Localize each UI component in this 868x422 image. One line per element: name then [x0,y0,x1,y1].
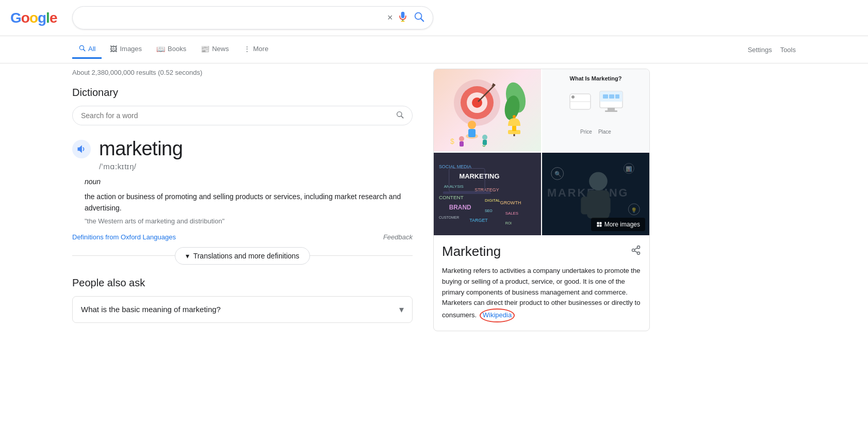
tools-link[interactable]: Tools [780,46,796,54]
svg-rect-36 [605,110,617,112]
svg-rect-72 [599,225,601,227]
svg-line-3 [421,19,424,21]
paa-section: People also ask What is the basic meanin… [72,277,413,323]
paa-item[interactable]: What is the basic meaning of marketing? … [72,296,413,323]
svg-text:SALES: SALES [505,211,519,216]
kp-wiki-circle: Wikipedia [480,309,515,322]
svg-text:GROWTH: GROWTH [500,200,521,205]
svg-point-23 [513,115,516,118]
word-pos: noun [85,177,413,186]
svg-rect-39 [609,94,614,99]
tab-all[interactable]: All [72,40,102,59]
wimc-labels: Price Place [580,129,611,135]
logo-o2: o [29,10,38,26]
search-bar: Marketing × [72,6,433,29]
mic-button[interactable] [398,11,408,24]
clear-button[interactable]: × [387,12,393,23]
svg-rect-27 [460,141,464,147]
more-images-button[interactable]: More images [591,218,645,231]
kp-wikipedia-link[interactable]: Wikipedia [483,311,512,319]
image-top-left[interactable]: $ $ [434,69,541,152]
svg-text:DIGITAL: DIGITAL [485,198,501,203]
images-icon: 🖼 [110,45,117,53]
image-bottom-right[interactable]: MARKETING 🔍 📊 💡 [542,153,649,235]
search-input[interactable]: Marketing [81,13,382,23]
word-title: marketing [99,138,183,160]
dictionary-search-box[interactable] [72,106,413,125]
paa-title: People also ask [72,277,413,289]
translations-chevron-icon: ▾ [186,252,189,260]
svg-text:ANALYSIS: ANALYSIS [444,184,464,189]
logo-o1: o [21,10,29,26]
wimc-title: What Is Marketing? [570,75,622,82]
books-icon: 📖 [156,45,165,53]
search-submit-button[interactable] [413,11,424,25]
right-column: $ $ What Is Marketing? [433,69,650,331]
svg-line-76 [634,251,637,252]
oxford-source-link[interactable]: Definitions from Oxford Languages [72,233,176,241]
translations-line-left [72,255,175,256]
svg-point-28 [482,135,487,140]
paa-question: What is the basic meaning of marketing? [81,305,221,314]
svg-text:SEO: SEO [485,209,493,213]
main-layout: About 2,380,000,000 results (0.52 second… [0,63,868,336]
svg-rect-67 [581,197,589,215]
svg-text:CONTENT: CONTENT [439,194,464,200]
image-bottom-left[interactable]: SOCIAL MEDIA MARKETING ANALYSIS STRATEGY… [434,153,541,235]
svg-rect-17 [468,129,476,137]
knowledge-panel: $ $ What Is Marketing? [433,69,650,331]
nav-settings: Settings Tools [748,46,796,54]
header: Google Marketing × [0,0,868,36]
svg-point-74 [632,249,635,252]
svg-rect-22 [512,126,516,131]
tab-news[interactable]: 📰 News [194,41,235,59]
svg-point-26 [459,136,464,141]
svg-line-77 [634,248,637,249]
settings-link[interactable]: Settings [748,46,772,54]
oxford-row: Definitions from Oxford Languages Feedba… [72,233,413,241]
logo-l: l [46,10,50,26]
svg-text:🔍: 🔍 [554,170,562,177]
tab-images[interactable]: 🖼 Images [104,41,148,59]
price-label: Price [580,129,592,135]
what-is-marketing-card: What Is Marketing? [542,69,649,152]
tab-more-label: More [253,45,269,53]
tab-more[interactable]: ⋮ More [237,41,275,59]
word-header: marketing [72,138,413,160]
dictionary-search-input[interactable] [81,111,391,120]
translations-row: ▾ Translations and more definitions [72,247,413,265]
marketing-wordcloud: SOCIAL MEDIA MARKETING ANALYSIS STRATEGY… [434,153,541,235]
logo-g: G [10,10,21,26]
kp-description-text: Marketing refers to activities a company… [442,267,640,319]
svg-line-5 [84,50,85,51]
left-column: About 2,380,000,000 results (0.52 second… [72,69,413,331]
image-grid: $ $ What Is Marketing? [434,69,649,235]
translations-label: Translations and more definitions [193,252,300,260]
svg-rect-71 [597,225,599,227]
svg-marker-8 [78,145,82,153]
image-top-right[interactable]: What Is Marketing? [542,69,649,152]
kp-share-button[interactable] [631,245,641,258]
tab-images-label: Images [120,45,142,53]
svg-text:📊: 📊 [626,166,632,172]
tab-books[interactable]: 📖 Books [150,41,192,59]
feedback-link[interactable]: Feedback [383,233,413,241]
svg-point-73 [637,246,640,249]
results-count: About 2,380,000,000 results (0.52 second… [72,69,413,76]
kp-title-row: Marketing [442,244,641,259]
tab-all-label: All [88,45,95,53]
svg-text:BRAND: BRAND [449,204,471,211]
svg-line-7 [401,116,403,118]
translations-button[interactable]: ▾ Translations and more definitions [175,247,310,265]
pronunciation: /ˈmɑːkɪtɪŋ/ [99,162,413,171]
more-images-label: More images [604,221,640,228]
word-definition: the action or business of promoting and … [85,191,413,214]
svg-rect-70 [599,222,601,224]
speaker-button[interactable] [72,140,91,158]
paa-chevron-icon: ▾ [399,304,404,315]
svg-point-31 [571,95,575,99]
svg-rect-35 [608,108,615,110]
kp-title: Marketing [442,244,501,259]
search-icon [78,44,86,53]
more-icon: ⋮ [243,45,251,53]
